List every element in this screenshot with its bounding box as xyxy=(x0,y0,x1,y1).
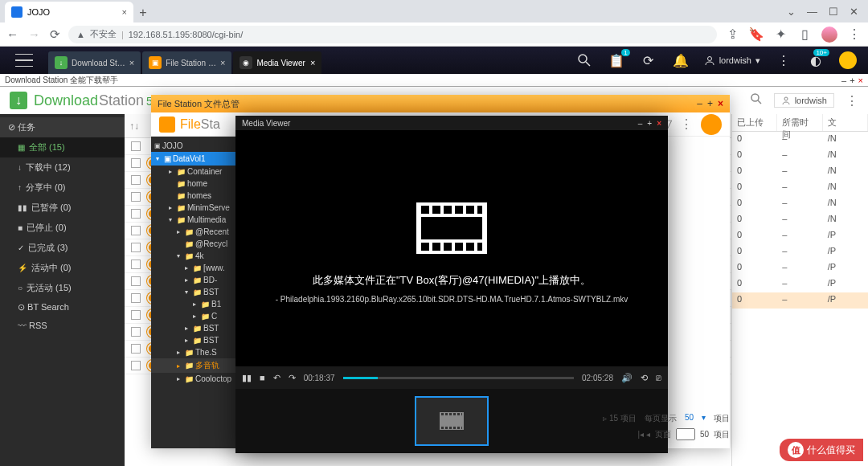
checkbox[interactable] xyxy=(131,293,141,303)
sidebar-rss[interactable]: 〰 RSS xyxy=(0,317,125,334)
sidebar-item-paused[interactable]: ▮▮已暂停 (0) xyxy=(0,198,125,218)
action-button[interactable] xyxy=(701,114,722,135)
checkbox[interactable] xyxy=(131,344,141,354)
checkbox[interactable] xyxy=(131,192,141,202)
close-icon[interactable]: × xyxy=(718,98,723,109)
tree-node[interactable]: ▸📁BST xyxy=(151,322,248,334)
checkbox[interactable] xyxy=(131,310,141,320)
ds-user[interactable]: lordwish xyxy=(774,93,834,108)
checkbox[interactable] xyxy=(131,226,141,235)
minimize-icon[interactable]: — xyxy=(807,6,817,18)
mv-titlebar[interactable]: Media Viewer – + × xyxy=(235,116,668,130)
extension-icon[interactable]: ✦ xyxy=(773,27,788,42)
qnap-tab-filestation[interactable]: ▣ File Station … × xyxy=(142,51,231,74)
stop-button[interactable]: ■ xyxy=(260,373,265,382)
chevron-down-icon[interactable]: ⌄ xyxy=(787,6,796,18)
tree-node[interactable]: ▾📁4k xyxy=(151,250,248,262)
user-menu[interactable]: lordwish ▾ xyxy=(704,55,760,66)
back-icon[interactable]: ← xyxy=(6,27,18,42)
tree-node-selected[interactable]: ▸📁多音轨 xyxy=(151,358,248,373)
close-icon[interactable]: × xyxy=(858,76,863,85)
minimize-icon[interactable]: – xyxy=(638,119,643,128)
tree-node[interactable]: 📁@Recycl xyxy=(151,238,248,250)
more-icon[interactable]: ⋮ xyxy=(680,117,693,132)
url-input[interactable]: ▲ 不安全 | 192.168.51.195:8080/cgi-bin/ xyxy=(68,26,717,43)
forward-icon[interactable]: → xyxy=(28,27,40,42)
volume-icon[interactable]: 🔊 xyxy=(621,373,633,383)
checkbox[interactable] xyxy=(131,361,141,370)
tree-node[interactable]: ▸📁[www. xyxy=(151,262,248,274)
tree-node[interactable]: ▸📁B1 xyxy=(151,298,248,310)
maximize-icon[interactable]: ☐ xyxy=(829,6,838,18)
bell-icon[interactable]: 🔔 xyxy=(672,51,690,69)
minimize-icon[interactable]: – xyxy=(697,98,702,109)
checkbox[interactable] xyxy=(131,141,141,151)
thumbnail[interactable] xyxy=(415,396,489,446)
loop-icon[interactable]: ⟲ xyxy=(641,373,648,383)
tree-node[interactable]: ▾📁Multimedia xyxy=(151,214,248,226)
close-icon[interactable]: × xyxy=(657,119,661,128)
search-icon[interactable] xyxy=(750,92,763,108)
cast-icon[interactable]: ⎚ xyxy=(656,373,661,382)
tab-close-icon[interactable]: × xyxy=(122,7,127,17)
sidebar-item-stopped[interactable]: ■已停止 (0) xyxy=(0,218,125,238)
refresh-icon[interactable]: ⟳ xyxy=(640,51,657,69)
sidebar-bt-search[interactable]: ⊙ BT Search xyxy=(0,298,125,317)
checkbox[interactable] xyxy=(131,158,141,168)
prev-button[interactable]: ↶ xyxy=(273,373,280,383)
tree-volume[interactable]: ▾▣ DataVol1 xyxy=(151,152,248,166)
close-icon[interactable]: × xyxy=(310,58,315,67)
pause-button[interactable]: ▮▮ xyxy=(242,373,252,383)
share-icon[interactable]: ⇪ xyxy=(725,27,739,42)
profile-avatar[interactable] xyxy=(821,27,837,43)
tree-node[interactable]: ▸📁C xyxy=(151,310,248,322)
minimize-icon[interactable]: – xyxy=(841,76,846,85)
tree-node[interactable]: ▸📁MinimServe xyxy=(151,202,248,214)
maximize-icon[interactable]: + xyxy=(647,119,652,128)
reload-icon[interactable]: ⟳ xyxy=(50,27,60,42)
avatar[interactable] xyxy=(839,51,857,69)
checkbox[interactable] xyxy=(131,327,141,337)
sort-icon[interactable]: ↑↓ xyxy=(129,121,139,132)
close-icon[interactable]: × xyxy=(220,58,225,67)
tree-node[interactable]: 📁home xyxy=(151,178,248,190)
tree-node[interactable]: ▸📁@Recent xyxy=(151,226,248,238)
tree-node[interactable]: 📁homes xyxy=(151,190,248,202)
tree-node[interactable]: ▸📁Cooloctop xyxy=(151,373,248,385)
checkbox[interactable] xyxy=(131,260,141,269)
checkbox[interactable] xyxy=(131,209,141,219)
new-tab-button[interactable]: + xyxy=(133,3,153,22)
tree-node[interactable]: ▸📁Container xyxy=(151,166,248,178)
sidebar-item-sharing[interactable]: ↑分享中 (0) xyxy=(0,178,125,198)
more-icon[interactable]: ⋮ xyxy=(775,51,792,69)
tree-node[interactable]: ▸📁BD- xyxy=(151,274,248,286)
search-icon[interactable] xyxy=(575,51,593,69)
checkbox[interactable] xyxy=(131,243,141,252)
next-button[interactable]: ↷ xyxy=(289,373,296,383)
main-menu-button[interactable] xyxy=(0,54,48,67)
sidebar-item-active[interactable]: ⚡活动中 (0) xyxy=(0,258,125,278)
tree-node[interactable]: ▸📁BST xyxy=(151,334,248,346)
menu-icon[interactable]: ⋮ xyxy=(847,27,862,42)
seek-bar[interactable] xyxy=(343,377,574,379)
checkbox[interactable] xyxy=(131,175,141,185)
browser-tab[interactable]: JOJO × xyxy=(5,2,133,22)
bookmark-icon[interactable]: 🔖 xyxy=(749,27,764,42)
tree-node[interactable]: ▸📁The.S xyxy=(151,346,248,358)
fs-titlebar[interactable]: File Station 文件总管 – + × xyxy=(151,95,730,112)
checkbox[interactable] xyxy=(131,276,141,286)
sidebar-item-downloading[interactable]: ↓下载中 (12) xyxy=(0,157,125,178)
maximize-icon[interactable]: + xyxy=(707,98,713,109)
sidebar-item-all[interactable]: ▦全部 (15) xyxy=(0,137,125,157)
more-icon[interactable]: ⋮ xyxy=(845,93,858,108)
dashboard-icon[interactable]: ◐10+ xyxy=(807,51,825,69)
apps-icon[interactable]: ▯ xyxy=(797,27,812,42)
sidebar-item-completed[interactable]: ✓已完成 (3) xyxy=(0,238,125,258)
sidebar-item-inactive[interactable]: ○无活动 (15) xyxy=(0,278,125,298)
maximize-icon[interactable]: + xyxy=(850,76,854,85)
page-input[interactable] xyxy=(676,428,695,440)
qnap-tab-download[interactable]: ↓ Download St… × xyxy=(48,51,141,74)
tree-root[interactable]: ▣JOJO xyxy=(151,140,248,152)
clipboard-icon[interactable]: 📋1 xyxy=(608,51,625,69)
close-icon[interactable]: × xyxy=(129,58,134,67)
